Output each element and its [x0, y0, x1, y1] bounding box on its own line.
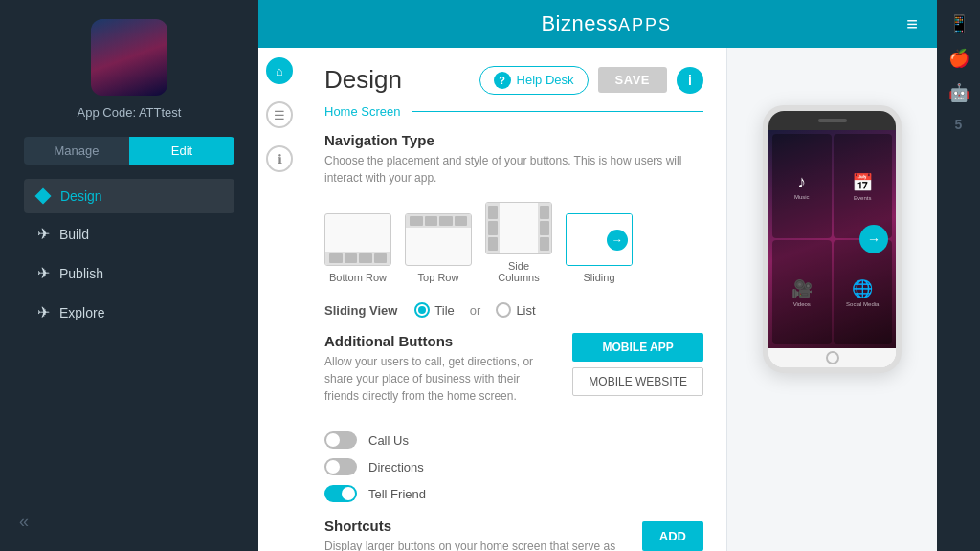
explore-icon: ✈: [37, 303, 50, 321]
section-divider: Home Screen: [301, 104, 726, 132]
phone-icon-videos: 🎥 Videos: [772, 240, 832, 344]
phone-icon-events: 📅 Events: [834, 134, 893, 238]
additional-buttons-top: Additional Buttons Allow your users to c…: [324, 333, 703, 420]
panel-title: Design: [324, 65, 402, 95]
list-radio[interactable]: [496, 302, 511, 318]
platform-mobile-icon[interactable]: 📱: [948, 13, 969, 34]
phone-bottom-bar: [768, 348, 896, 367]
platform-android-icon[interactable]: 🤖: [948, 82, 969, 103]
nav-type-title: Navigation Type: [324, 132, 703, 148]
far-right-bar: 📱 🍎 🤖 5: [937, 0, 980, 551]
sidebar-item-publish-label: Publish: [59, 266, 103, 281]
sidebar-item-design-label: Design: [60, 188, 102, 204]
sidebar-item-build[interactable]: ✈ Build: [24, 215, 234, 253]
sliding-list-option[interactable]: List: [496, 302, 535, 318]
panel-header: Design ? Help Desk SAVE i: [301, 48, 726, 104]
shortcuts-desc: Display larger buttons on your home scre…: [324, 538, 623, 551]
panel-actions: ? Help Desk SAVE i: [479, 66, 703, 95]
phone-speaker: [818, 119, 847, 122]
info-button[interactable]: i: [677, 67, 703, 94]
sliding-view-label: Sliding View: [324, 303, 397, 318]
tell-friend-label: Tell Friend: [368, 487, 426, 501]
mobile-website-button[interactable]: MOBILE WEBSITE: [572, 367, 703, 396]
divider-line: [412, 111, 703, 112]
collapse-button[interactable]: «: [0, 512, 29, 532]
top-bar: BiznessAPPS ≡: [258, 0, 937, 48]
sliding-arrow-icon: →: [607, 230, 628, 251]
left-sidebar: App Code: ATTtest Manage Edit Design ✈ B…: [0, 0, 258, 551]
step-sidebar: ⌂ ☰ ℹ: [258, 48, 301, 551]
logo: BiznessAPPS: [541, 11, 672, 36]
content-area: ⌂ ☰ ℹ Design ? Help Desk SAVE i Home: [258, 48, 937, 551]
nav-option-top-row-label: Top Row: [418, 272, 459, 283]
step-info[interactable]: ℹ: [266, 145, 293, 172]
shortcuts-info: Shortcuts Display larger buttons on your…: [324, 518, 623, 551]
main-content: BiznessAPPS ≡ ⌂ ☰ ℹ Design ? Help Desk S…: [258, 0, 937, 551]
phone-top-bar: [768, 111, 896, 130]
platform-apple-icon[interactable]: 🍎: [948, 48, 969, 69]
manage-edit-tabs: Manage Edit: [24, 137, 234, 165]
nav-option-side-columns[interactable]: SideColumns: [485, 202, 552, 283]
nav-option-sliding[interactable]: → Sliding: [566, 213, 633, 283]
phone-arrow-overlay: →: [859, 225, 888, 253]
sliding-tile-option[interactable]: Tile: [414, 302, 454, 318]
panel-body: Navigation Type Choose the placement and…: [301, 132, 726, 551]
nav-option-top-row[interactable]: Top Row: [405, 213, 472, 283]
design-panel: Design ? Help Desk SAVE i Home Screen: [301, 48, 726, 551]
additional-buttons-section: Additional Buttons Allow your users to c…: [324, 333, 703, 502]
section-label: Home Screen: [324, 104, 400, 119]
platform-html5-icon[interactable]: 5: [955, 117, 963, 132]
sidebar-item-build-label: Build: [59, 227, 89, 242]
phone-icon-social: 🌐 Social Media: [834, 240, 893, 344]
sidebar-item-explore-label: Explore: [59, 305, 104, 320]
mobile-app-button[interactable]: MOBILE APP: [572, 333, 703, 362]
shortcuts-title: Shortcuts: [324, 518, 623, 534]
help-desk-button[interactable]: ? Help Desk: [479, 66, 589, 95]
additional-buttons-desc: Allow your users to call, get directions…: [324, 353, 553, 405]
nav-option-side-columns-label: SideColumns: [498, 260, 539, 283]
shortcuts-section: Shortcuts Display larger buttons on your…: [324, 518, 703, 551]
toggle-row-call-us: Call Us: [324, 431, 703, 449]
phone-screen: ♪ Music 📅 Events 🎥 Videos 🌐: [768, 130, 896, 348]
sidebar-item-publish[interactable]: ✈ Publish: [24, 254, 234, 292]
shortcuts-row: Shortcuts Display larger buttons on your…: [324, 518, 703, 551]
toggle-rows: Call Us Directions Tell Friend: [324, 431, 703, 502]
hamburger-menu[interactable]: ≡: [906, 13, 918, 35]
bottom-row-preview: [325, 252, 390, 265]
nav-option-sliding-label: Sliding: [583, 272, 614, 283]
app-avatar: [91, 19, 167, 96]
nav-type-desc: Choose the placement and style of your b…: [324, 152, 703, 187]
edit-tab[interactable]: Edit: [129, 137, 234, 165]
additional-buttons-title: Additional Buttons: [324, 333, 553, 349]
step-home[interactable]: ⌂: [266, 57, 293, 84]
toggle-row-directions: Directions: [324, 458, 703, 475]
manage-tab[interactable]: Manage: [24, 137, 129, 165]
save-button[interactable]: SAVE: [598, 67, 667, 93]
nav-type-options: Bottom Row Top Row: [324, 202, 703, 283]
nav-option-sliding-box: →: [566, 213, 633, 266]
sliding-preview: →: [567, 214, 632, 265]
nav-option-top-row-box: [405, 213, 472, 266]
help-q-icon: ?: [494, 72, 511, 89]
nav-option-bottom-row-label: Bottom Row: [329, 272, 387, 283]
app-code-label: App Code: ATTtest: [78, 105, 182, 120]
step-nav[interactable]: ☰: [266, 101, 293, 128]
sliding-view-row: Sliding View Tile or List: [324, 302, 703, 318]
call-us-toggle[interactable]: [324, 431, 357, 449]
top-row-preview: [406, 214, 471, 228]
phone-preview-panel: ♪ Music 📅 Events 🎥 Videos 🌐: [726, 48, 937, 551]
sidebar-item-design[interactable]: Design: [24, 179, 234, 213]
build-icon: ✈: [37, 225, 50, 243]
side-cols-preview: [486, 203, 551, 253]
phone-frame: ♪ Music 📅 Events 🎥 Videos 🌐: [763, 105, 902, 373]
directions-label: Directions: [368, 460, 424, 474]
toggle-row-tell-friend: Tell Friend: [324, 485, 703, 502]
directions-toggle[interactable]: [324, 458, 357, 475]
tell-friend-toggle[interactable]: [324, 485, 357, 502]
call-us-label: Call Us: [368, 433, 409, 448]
shortcuts-add-button[interactable]: ADD: [642, 521, 703, 551]
nav-option-side-columns-box: [485, 202, 552, 254]
nav-option-bottom-row[interactable]: Bottom Row: [324, 213, 391, 283]
tile-radio[interactable]: [414, 302, 430, 318]
sidebar-item-explore[interactable]: ✈ Explore: [24, 294, 234, 331]
